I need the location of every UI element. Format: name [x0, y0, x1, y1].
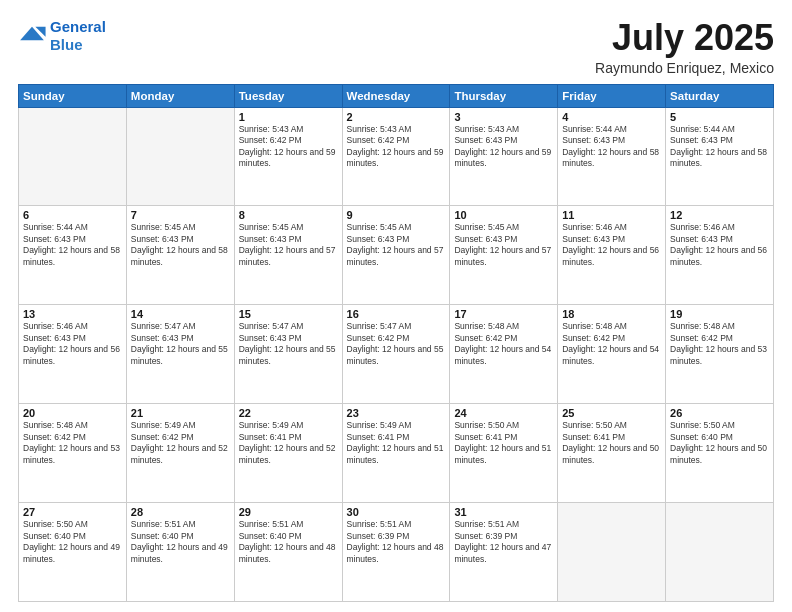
table-row: 30Sunrise: 5:51 AM Sunset: 6:39 PM Dayli…	[342, 503, 450, 602]
day-number: 22	[239, 407, 338, 419]
table-row: 18Sunrise: 5:48 AM Sunset: 6:42 PM Dayli…	[558, 305, 666, 404]
table-row: 26Sunrise: 5:50 AM Sunset: 6:40 PM Dayli…	[666, 404, 774, 503]
table-row: 21Sunrise: 5:49 AM Sunset: 6:42 PM Dayli…	[126, 404, 234, 503]
day-info: Sunrise: 5:51 AM Sunset: 6:40 PM Dayligh…	[239, 519, 338, 565]
day-number: 18	[562, 308, 661, 320]
day-number: 27	[23, 506, 122, 518]
day-info: Sunrise: 5:46 AM Sunset: 6:43 PM Dayligh…	[670, 222, 769, 268]
day-info: Sunrise: 5:50 AM Sunset: 6:40 PM Dayligh…	[23, 519, 122, 565]
table-row: 13Sunrise: 5:46 AM Sunset: 6:43 PM Dayli…	[19, 305, 127, 404]
table-row: 4Sunrise: 5:44 AM Sunset: 6:43 PM Daylig…	[558, 107, 666, 206]
logo: General Blue	[18, 18, 106, 54]
day-number: 15	[239, 308, 338, 320]
table-row: 6Sunrise: 5:44 AM Sunset: 6:43 PM Daylig…	[19, 206, 127, 305]
table-row	[558, 503, 666, 602]
calendar-week-row: 27Sunrise: 5:50 AM Sunset: 6:40 PM Dayli…	[19, 503, 774, 602]
day-number: 23	[347, 407, 446, 419]
table-row: 23Sunrise: 5:49 AM Sunset: 6:41 PM Dayli…	[342, 404, 450, 503]
day-info: Sunrise: 5:46 AM Sunset: 6:43 PM Dayligh…	[23, 321, 122, 367]
day-number: 17	[454, 308, 553, 320]
day-number: 7	[131, 209, 230, 221]
day-number: 9	[347, 209, 446, 221]
day-number: 8	[239, 209, 338, 221]
calendar-header-row: Sunday Monday Tuesday Wednesday Thursday…	[19, 84, 774, 107]
col-sunday: Sunday	[19, 84, 127, 107]
day-info: Sunrise: 5:47 AM Sunset: 6:43 PM Dayligh…	[239, 321, 338, 367]
table-row: 16Sunrise: 5:47 AM Sunset: 6:42 PM Dayli…	[342, 305, 450, 404]
day-number: 31	[454, 506, 553, 518]
day-info: Sunrise: 5:48 AM Sunset: 6:42 PM Dayligh…	[670, 321, 769, 367]
day-info: Sunrise: 5:45 AM Sunset: 6:43 PM Dayligh…	[454, 222, 553, 268]
month-title: July 2025	[595, 18, 774, 58]
table-row: 17Sunrise: 5:48 AM Sunset: 6:42 PM Dayli…	[450, 305, 558, 404]
day-number: 11	[562, 209, 661, 221]
day-number: 4	[562, 111, 661, 123]
col-wednesday: Wednesday	[342, 84, 450, 107]
day-number: 1	[239, 111, 338, 123]
logo-icon	[18, 25, 46, 47]
day-info: Sunrise: 5:44 AM Sunset: 6:43 PM Dayligh…	[670, 124, 769, 170]
day-number: 28	[131, 506, 230, 518]
table-row: 2Sunrise: 5:43 AM Sunset: 6:42 PM Daylig…	[342, 107, 450, 206]
col-thursday: Thursday	[450, 84, 558, 107]
day-number: 12	[670, 209, 769, 221]
table-row: 9Sunrise: 5:45 AM Sunset: 6:43 PM Daylig…	[342, 206, 450, 305]
day-info: Sunrise: 5:48 AM Sunset: 6:42 PM Dayligh…	[562, 321, 661, 367]
day-number: 20	[23, 407, 122, 419]
col-saturday: Saturday	[666, 84, 774, 107]
day-info: Sunrise: 5:50 AM Sunset: 6:40 PM Dayligh…	[670, 420, 769, 466]
table-row	[126, 107, 234, 206]
calendar-week-row: 13Sunrise: 5:46 AM Sunset: 6:43 PM Dayli…	[19, 305, 774, 404]
day-number: 29	[239, 506, 338, 518]
day-info: Sunrise: 5:48 AM Sunset: 6:42 PM Dayligh…	[454, 321, 553, 367]
day-number: 16	[347, 308, 446, 320]
day-info: Sunrise: 5:51 AM Sunset: 6:39 PM Dayligh…	[454, 519, 553, 565]
table-row: 27Sunrise: 5:50 AM Sunset: 6:40 PM Dayli…	[19, 503, 127, 602]
day-info: Sunrise: 5:45 AM Sunset: 6:43 PM Dayligh…	[347, 222, 446, 268]
logo-text: General Blue	[50, 18, 106, 54]
day-info: Sunrise: 5:49 AM Sunset: 6:41 PM Dayligh…	[239, 420, 338, 466]
table-row: 11Sunrise: 5:46 AM Sunset: 6:43 PM Dayli…	[558, 206, 666, 305]
day-number: 30	[347, 506, 446, 518]
logo-line2: Blue	[50, 36, 83, 53]
table-row: 24Sunrise: 5:50 AM Sunset: 6:41 PM Dayli…	[450, 404, 558, 503]
day-number: 10	[454, 209, 553, 221]
table-row: 29Sunrise: 5:51 AM Sunset: 6:40 PM Dayli…	[234, 503, 342, 602]
day-number: 14	[131, 308, 230, 320]
calendar-week-row: 6Sunrise: 5:44 AM Sunset: 6:43 PM Daylig…	[19, 206, 774, 305]
day-number: 2	[347, 111, 446, 123]
day-number: 5	[670, 111, 769, 123]
day-info: Sunrise: 5:43 AM Sunset: 6:42 PM Dayligh…	[347, 124, 446, 170]
day-info: Sunrise: 5:43 AM Sunset: 6:43 PM Dayligh…	[454, 124, 553, 170]
table-row: 28Sunrise: 5:51 AM Sunset: 6:40 PM Dayli…	[126, 503, 234, 602]
day-number: 6	[23, 209, 122, 221]
day-info: Sunrise: 5:46 AM Sunset: 6:43 PM Dayligh…	[562, 222, 661, 268]
table-row: 25Sunrise: 5:50 AM Sunset: 6:41 PM Dayli…	[558, 404, 666, 503]
day-info: Sunrise: 5:49 AM Sunset: 6:41 PM Dayligh…	[347, 420, 446, 466]
table-row: 5Sunrise: 5:44 AM Sunset: 6:43 PM Daylig…	[666, 107, 774, 206]
col-tuesday: Tuesday	[234, 84, 342, 107]
table-row: 8Sunrise: 5:45 AM Sunset: 6:43 PM Daylig…	[234, 206, 342, 305]
table-row: 14Sunrise: 5:47 AM Sunset: 6:43 PM Dayli…	[126, 305, 234, 404]
day-info: Sunrise: 5:48 AM Sunset: 6:42 PM Dayligh…	[23, 420, 122, 466]
day-number: 26	[670, 407, 769, 419]
day-info: Sunrise: 5:47 AM Sunset: 6:42 PM Dayligh…	[347, 321, 446, 367]
table-row: 31Sunrise: 5:51 AM Sunset: 6:39 PM Dayli…	[450, 503, 558, 602]
day-number: 24	[454, 407, 553, 419]
day-number: 19	[670, 308, 769, 320]
table-row: 12Sunrise: 5:46 AM Sunset: 6:43 PM Dayli…	[666, 206, 774, 305]
day-info: Sunrise: 5:51 AM Sunset: 6:40 PM Dayligh…	[131, 519, 230, 565]
table-row: 10Sunrise: 5:45 AM Sunset: 6:43 PM Dayli…	[450, 206, 558, 305]
calendar-table: Sunday Monday Tuesday Wednesday Thursday…	[18, 84, 774, 602]
day-info: Sunrise: 5:50 AM Sunset: 6:41 PM Dayligh…	[454, 420, 553, 466]
day-info: Sunrise: 5:45 AM Sunset: 6:43 PM Dayligh…	[131, 222, 230, 268]
table-row	[666, 503, 774, 602]
page: General Blue July 2025 Raymundo Enriquez…	[0, 0, 792, 612]
day-number: 21	[131, 407, 230, 419]
calendar-week-row: 20Sunrise: 5:48 AM Sunset: 6:42 PM Dayli…	[19, 404, 774, 503]
calendar-week-row: 1Sunrise: 5:43 AM Sunset: 6:42 PM Daylig…	[19, 107, 774, 206]
day-info: Sunrise: 5:51 AM Sunset: 6:39 PM Dayligh…	[347, 519, 446, 565]
table-row: 19Sunrise: 5:48 AM Sunset: 6:42 PM Dayli…	[666, 305, 774, 404]
day-number: 25	[562, 407, 661, 419]
table-row: 15Sunrise: 5:47 AM Sunset: 6:43 PM Dayli…	[234, 305, 342, 404]
